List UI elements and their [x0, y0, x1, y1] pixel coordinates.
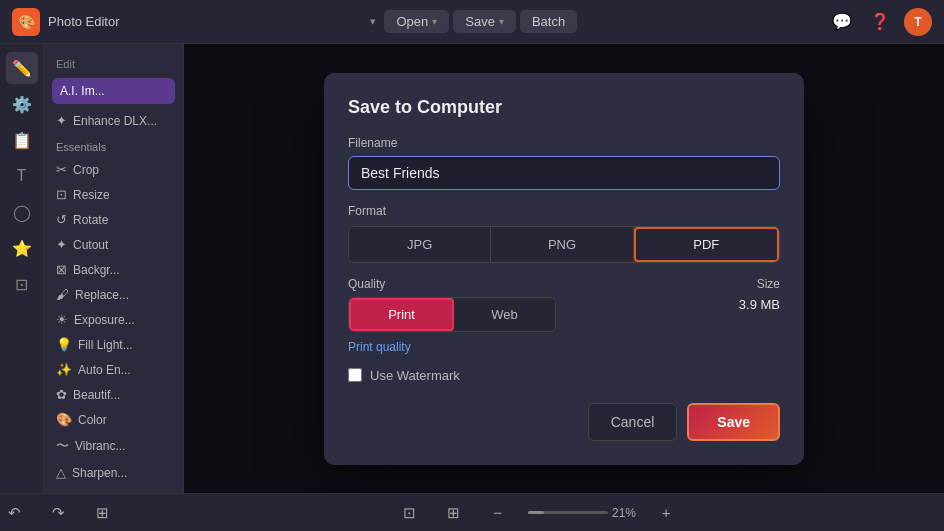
format-selector: JPG PNG PDF [348, 226, 780, 263]
save-button[interactable]: Save ▾ [453, 10, 516, 33]
watermark-label: Use Watermark [370, 368, 460, 383]
app-title-chevron: ▾ [370, 15, 376, 28]
background-item[interactable]: ⊠ Backgr... [44, 257, 183, 282]
quality-col: Quality Print Web [348, 277, 556, 332]
icon-bar: ✏️ ⚙️ 📋 T ◯ ⭐ ⊡ [0, 44, 44, 493]
sticker-tool-icon[interactable]: ⭐ [6, 232, 38, 264]
avatar[interactable]: T [904, 8, 932, 36]
crop-item[interactable]: ✂ Crop [44, 157, 183, 182]
topbar-center: Open ▾ Save ▾ Batch [384, 10, 577, 33]
top-bar: 🎨 Photo Editor ▾ Open ▾ Save ▾ Batch 💬 ❓… [0, 0, 944, 44]
format-jpg-button[interactable]: JPG [349, 227, 491, 262]
replace-icon: 🖌 [56, 287, 69, 302]
zoom-out-button[interactable]: − [484, 499, 512, 527]
cancel-button[interactable]: Cancel [588, 403, 678, 441]
fit-screen-button[interactable]: ⊡ [396, 499, 424, 527]
beautify-icon: ✿ [56, 387, 67, 402]
left-panel: Edit A.I. Im... ✦ Enhance DLX... Essenti… [44, 44, 184, 493]
fullscreen-button[interactable]: ⊞ [440, 499, 468, 527]
app-logo: 🎨 [12, 8, 40, 36]
replace-item[interactable]: 🖌 Replace... [44, 282, 183, 307]
quality-label: Quality [348, 277, 556, 291]
fill-light-icon: 💡 [56, 337, 72, 352]
filename-label: Filename [348, 136, 780, 150]
watermark-row: Use Watermark [348, 368, 780, 383]
exposure-item[interactable]: ☀ Exposure... [44, 307, 183, 332]
format-pdf-button[interactable]: PDF [634, 227, 779, 262]
resize-item[interactable]: ⊡ Resize [44, 182, 183, 207]
main-area: ✏️ ⚙️ 📋 T ◯ ⭐ ⊡ Edit A.I. Im... ✦ Enhanc… [0, 44, 944, 493]
color-item[interactable]: 🎨 Color [44, 407, 183, 432]
topbar-right: 💬 ❓ T [828, 8, 932, 36]
vibrance-icon: 〜 [56, 437, 69, 455]
layers-tool-icon[interactable]: 📋 [6, 124, 38, 156]
canvas-area: Dimensions 3000 × 2400 Save to Computer … [184, 44, 944, 493]
quality-web-button[interactable]: Web [454, 298, 555, 331]
mask-tool-icon[interactable]: ⊡ [6, 268, 38, 300]
sharpen-icon: △ [56, 465, 66, 480]
edit-tool-icon[interactable]: ✏️ [6, 52, 38, 84]
app-title: Photo Editor [48, 14, 120, 29]
ai-tab[interactable]: A.I. Im... [52, 78, 175, 104]
enhance-icon: ✦ [56, 113, 67, 128]
sharpen-item[interactable]: △ Sharpen... [44, 460, 183, 485]
shape-tool-icon[interactable]: ◯ [6, 196, 38, 228]
auto-enhance-item[interactable]: ✨ Auto En... [44, 357, 183, 382]
redo-button[interactable]: ↷ [44, 499, 72, 527]
fill-light-item[interactable]: 💡 Fill Light... [44, 332, 183, 357]
modal-title: Save to Computer [348, 97, 780, 118]
watermark-checkbox[interactable] [348, 368, 362, 382]
open-button[interactable]: Open ▾ [384, 10, 449, 33]
batch-button[interactable]: Batch [520, 10, 577, 33]
essentials-label: Essentials [44, 133, 183, 157]
size-col: Size 3.9 MB [572, 277, 780, 312]
modal-footer: Cancel Save [348, 403, 780, 441]
zoom-slider[interactable] [528, 511, 608, 514]
size-value: 3.9 MB [572, 297, 780, 312]
beautify-item[interactable]: ✿ Beautif... [44, 382, 183, 407]
color-icon: 🎨 [56, 412, 72, 427]
cutout-item[interactable]: ✦ Cutout [44, 232, 183, 257]
quality-selector: Print Web [348, 297, 556, 332]
zoom-info: 21% [528, 506, 636, 520]
help-icon-button[interactable]: ❓ [866, 8, 894, 36]
effects-tool-icon[interactable]: ⚙️ [6, 88, 38, 120]
filename-input[interactable] [348, 156, 780, 190]
undo-button[interactable]: ↶ [0, 499, 28, 527]
auto-enhance-icon: ✨ [56, 362, 72, 377]
save-to-computer-modal: Save to Computer Filename Format JPG PNG… [324, 73, 804, 465]
crop-icon: ✂ [56, 162, 67, 177]
format-png-button[interactable]: PNG [491, 227, 633, 262]
chat-icon-button[interactable]: 💬 [828, 8, 856, 36]
cutout-icon: ✦ [56, 237, 67, 252]
edit-section-title: Edit [44, 52, 183, 74]
zoom-value: 21% [612, 506, 636, 520]
exposure-icon: ☀ [56, 312, 68, 327]
enhance-item[interactable]: ✦ Enhance DLX... [44, 108, 183, 133]
bottom-bar: ↶ ↷ ⊞ ⊡ ⊞ − 21% + [0, 493, 944, 531]
resize-icon: ⊡ [56, 187, 67, 202]
quality-size-row: Quality Print Web Size 3.9 MB [348, 277, 780, 332]
text-tool-icon[interactable]: T [6, 160, 38, 192]
print-quality-link[interactable]: Print quality [348, 340, 780, 354]
format-label: Format [348, 204, 780, 218]
grid-button[interactable]: ⊞ [88, 499, 116, 527]
modal-save-button[interactable]: Save [687, 403, 780, 441]
background-icon: ⊠ [56, 262, 67, 277]
rotate-item[interactable]: ↺ Rotate [44, 207, 183, 232]
quality-print-button[interactable]: Print [349, 298, 454, 331]
rotate-icon: ↺ [56, 212, 67, 227]
zoom-in-button[interactable]: + [652, 499, 680, 527]
size-label: Size [572, 277, 780, 291]
vibrance-item[interactable]: 〜 Vibranc... [44, 432, 183, 460]
modal-overlay: Save to Computer Filename Format JPG PNG… [184, 44, 944, 493]
